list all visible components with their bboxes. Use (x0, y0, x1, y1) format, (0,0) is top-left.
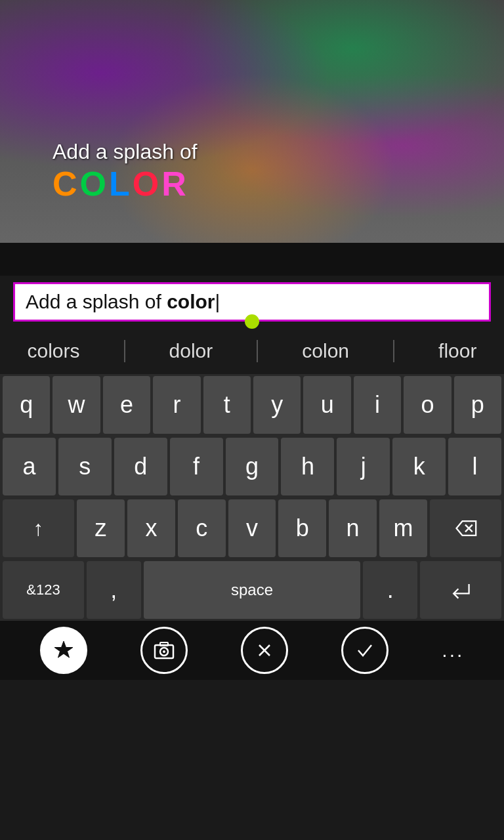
suggestion-colors[interactable]: colors (17, 337, 91, 365)
input-plain-text: Add a splash of (26, 291, 167, 312)
key-e[interactable]: e (103, 376, 150, 434)
key-h[interactable]: h (281, 438, 334, 495)
key-r[interactable]: r (153, 376, 200, 434)
key-v[interactable]: v (228, 499, 276, 557)
suggestion-floor[interactable]: floor (428, 337, 487, 365)
key-p[interactable]: p (454, 376, 501, 434)
suggestion-sep-3 (393, 340, 394, 362)
close-button[interactable] (241, 627, 288, 674)
key-l[interactable]: l (448, 438, 501, 495)
suggestions-bar: colors dolor colon floor (0, 328, 504, 374)
key-u[interactable]: u (303, 376, 350, 434)
key-d[interactable]: d (114, 438, 167, 495)
shift-key[interactable]: ↑ (3, 499, 74, 557)
backspace-key[interactable] (430, 499, 501, 557)
cursor: | (215, 291, 220, 312)
color-letter-c: C (52, 165, 80, 203)
suggestion-sep-1 (124, 340, 125, 362)
key-row-4: &123 , space . (0, 559, 504, 621)
key-row-3: ↑ z x c v b n m (0, 497, 504, 559)
input-area: Add a splash of color| (0, 276, 504, 328)
check-button[interactable] (341, 627, 388, 674)
star-icon (52, 639, 75, 662)
star-button[interactable] (40, 627, 87, 674)
key-n[interactable]: n (329, 499, 377, 557)
key-row-2: a s d f g h j k l (0, 436, 504, 497)
keyboard: q w e r t y u i o p a s d f g h j k l ↑ … (0, 374, 504, 621)
color-letter-r: R (161, 165, 189, 203)
shift-icon: ↑ (33, 516, 44, 541)
enter-key[interactable] (420, 561, 501, 619)
close-icon (253, 639, 276, 662)
suggestion-colon[interactable]: colon (291, 337, 360, 365)
camera-icon (152, 639, 176, 662)
key-w[interactable]: w (52, 376, 100, 434)
image-area: Add a splash of COLOR (0, 0, 504, 243)
text-input-container[interactable]: Add a splash of color| (13, 282, 491, 322)
more-button[interactable]: ... (442, 639, 464, 662)
key-m[interactable]: m (379, 499, 427, 557)
key-c[interactable]: c (178, 499, 226, 557)
key-q[interactable]: q (3, 376, 50, 434)
key-k[interactable]: k (392, 438, 446, 495)
key-x[interactable]: x (127, 499, 175, 557)
svg-point-4 (163, 650, 165, 653)
enter-icon (449, 578, 472, 602)
backspace-icon (453, 516, 477, 540)
input-bold-text: color (167, 291, 215, 312)
cursor-dot (245, 314, 259, 329)
suggestion-sep-2 (257, 340, 258, 362)
key-t[interactable]: t (203, 376, 251, 434)
key-y[interactable]: y (253, 376, 301, 434)
key-g[interactable]: g (226, 438, 279, 495)
key-s[interactable]: s (58, 438, 112, 495)
comma-key[interactable]: , (87, 561, 141, 619)
key-f[interactable]: f (170, 438, 223, 495)
key-j[interactable]: j (337, 438, 390, 495)
camera-button[interactable] (140, 627, 188, 674)
space-key[interactable]: space (144, 561, 361, 619)
suggestion-dolor[interactable]: dolor (159, 337, 224, 365)
color-letter-o1: O (80, 165, 109, 203)
image-overlay: Add a splash of COLOR (52, 140, 198, 203)
key-row-1: q w e r t y u i o p (0, 374, 504, 436)
key-z[interactable]: z (77, 499, 125, 557)
dark-strip (0, 243, 504, 276)
period-key[interactable]: . (363, 561, 417, 619)
color-letter-o2: O (133, 165, 161, 203)
color-letter-l: L (109, 165, 133, 203)
check-icon (353, 639, 377, 662)
key-b[interactable]: b (278, 499, 326, 557)
overlay-line1: Add a splash of (52, 140, 198, 164)
bottom-bar: ... (0, 621, 504, 680)
text-input[interactable]: Add a splash of color| (26, 291, 478, 313)
key-o[interactable]: o (404, 376, 451, 434)
svg-rect-5 (160, 642, 168, 646)
numbers-key[interactable]: &123 (3, 561, 84, 619)
key-a[interactable]: a (3, 438, 56, 495)
overlay-line2: COLOR (52, 164, 198, 203)
more-dots: ... (442, 639, 464, 661)
key-i[interactable]: i (354, 376, 401, 434)
